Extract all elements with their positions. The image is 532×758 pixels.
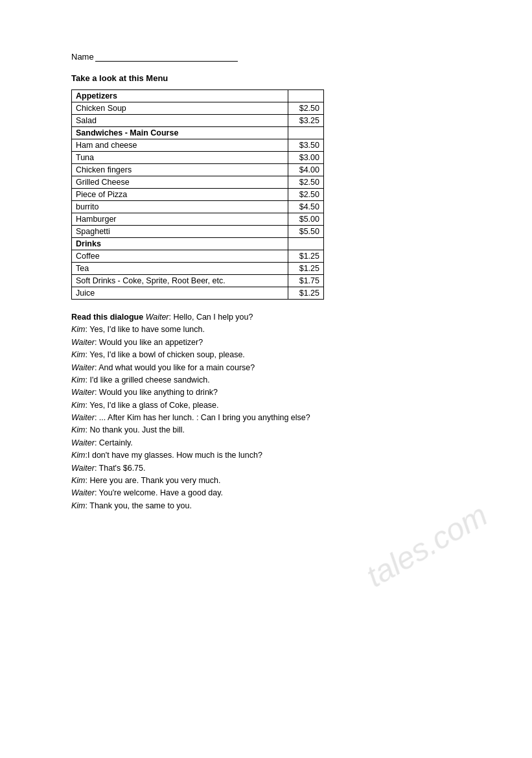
dialogue-line: Kim: Thank you, the same to you. [71, 500, 408, 512]
menu-item-row: Tea $1.25 [72, 263, 324, 275]
section-drinks-header: Drinks [72, 238, 288, 250]
menu-item-price: $2.50 [288, 102, 324, 115]
menu-intro: Take a look at this Menu [71, 73, 461, 83]
menu-item-row: Tuna $3.00 [72, 152, 324, 164]
menu-item-name: burrito [72, 201, 288, 213]
dialogue-line: Kim: No thank you. Just the bill. [71, 424, 408, 436]
dialogue-line: Waiter: You're welcome. Have a good day. [71, 487, 408, 499]
menu-item-row: Chicken Soup $2.50 [72, 102, 324, 115]
menu-item-price: $1.75 [288, 275, 324, 287]
dialogue-line: Kim: Yes, I'd like to have some lunch. [71, 324, 408, 336]
menu-item-row: Grilled Cheese $2.50 [72, 176, 324, 189]
menu-item-row: Coffee $1.25 [72, 250, 324, 263]
menu-item-row: Juice $1.25 [72, 287, 324, 300]
name-line: Name [71, 52, 461, 62]
name-underline [95, 53, 238, 62]
dialogue-section: Read this dialogue Waiter: Hello, Can I … [71, 311, 408, 512]
menu-table: Appetizers Chicken Soup $2.50 Salad $3.2… [71, 89, 324, 300]
dialogue-line: Waiter: And what would you like for a ma… [71, 362, 408, 374]
dialogue-line: Waiter: Would you like anything to drink… [71, 386, 408, 399]
menu-item-price: $5.00 [288, 213, 324, 226]
menu-item-name: Tuna [72, 152, 288, 164]
dialogue-line: Kim: Here you are. Thank you very much. [71, 475, 408, 487]
menu-item-price: $1.25 [288, 263, 324, 275]
section-appetizers-header: Appetizers [72, 90, 288, 102]
menu-item-price: $2.50 [288, 189, 324, 201]
menu-item-row: Piece of Pizza $2.50 [72, 189, 324, 201]
menu-item-row: Chicken fingers $4.00 [72, 164, 324, 176]
menu-item-price: $2.50 [288, 176, 324, 189]
menu-item-row: Spaghetti $5.50 [72, 226, 324, 238]
menu-item-name: Tea [72, 263, 288, 275]
dialogue-intro-bold: Read this dialogue [71, 313, 143, 322]
dialogue-line: Kim: I'd like a grilled cheese sandwich. [71, 374, 408, 386]
menu-item-price: $1.25 [288, 250, 324, 263]
menu-item-row: Salad $3.25 [72, 115, 324, 127]
dialogue-intro: Read this dialogue Waiter: Hello, Can I … [71, 311, 408, 324]
menu-item-name: Chicken fingers [72, 164, 288, 176]
menu-item-price: $1.25 [288, 287, 324, 300]
menu-item-price: $3.50 [288, 139, 324, 152]
menu-item-row: burrito $4.50 [72, 201, 324, 213]
section-sandwiches-header: Sandwiches - Main Course [72, 127, 288, 139]
menu-item-row: Ham and cheese $3.50 [72, 139, 324, 152]
dialogue-line: Waiter: That's $6.75. [71, 462, 408, 475]
menu-item-name: Coffee [72, 250, 288, 263]
menu-item-row: Soft Drinks - Coke, Sprite, Root Beer, e… [72, 275, 324, 287]
menu-item-price: $4.50 [288, 201, 324, 213]
dialogue-line: Waiter: ... After Kim has her lunch. : C… [71, 412, 408, 424]
dialogue-line: Waiter: Hello, Can I help you? [146, 313, 253, 322]
menu-item-name: Hamburger [72, 213, 288, 226]
dialogue-line: Waiter: Certainly. [71, 437, 408, 449]
menu-item-name: Ham and cheese [72, 139, 288, 152]
section-header-row: Drinks [72, 238, 324, 250]
menu-item-price: $3.00 [288, 152, 324, 164]
section-header-row: Sandwiches - Main Course [72, 127, 324, 139]
dialogue-line: Waiter: Would you like an appetizer? [71, 337, 408, 349]
menu-item-price: $4.00 [288, 164, 324, 176]
menu-item-name: Soft Drinks - Coke, Sprite, Root Beer, e… [72, 275, 288, 287]
dialogue-line: Kim: Yes, I'd like a bowl of chicken sou… [71, 349, 408, 361]
menu-item-name: Piece of Pizza [72, 189, 288, 201]
menu-item-name: Spaghetti [72, 226, 288, 238]
dialogue-line: Kim: Yes, I'd like a glass of Coke, plea… [71, 399, 408, 412]
menu-item-row: Hamburger $5.00 [72, 213, 324, 226]
menu-item-price: $3.25 [288, 115, 324, 127]
menu-item-name: Chicken Soup [72, 102, 288, 115]
menu-item-price: $5.50 [288, 226, 324, 238]
section-header-row: Appetizers [72, 90, 324, 102]
name-label: Name [71, 52, 94, 62]
menu-item-name: Grilled Cheese [72, 176, 288, 189]
dialogue-line: Kim:I don't have my glasses. How much is… [71, 449, 408, 462]
menu-item-name: Salad [72, 115, 288, 127]
menu-item-name: Juice [72, 287, 288, 300]
